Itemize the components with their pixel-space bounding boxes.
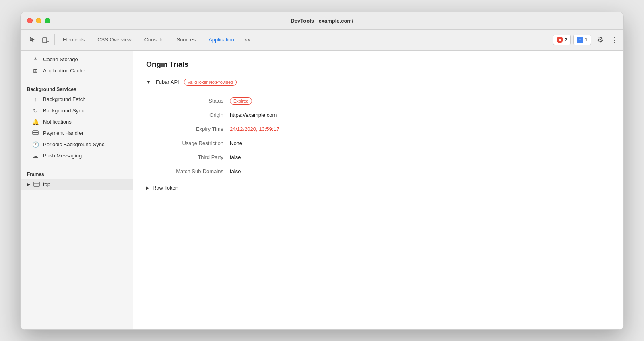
notifications-label: Notifications xyxy=(43,119,72,125)
third-party-label: Third Party xyxy=(146,150,227,164)
origin-trial-section: ▼ Fubar API ValidTokenNotProvided Status… xyxy=(146,79,611,191)
window-title: DevTools - example.com/ xyxy=(291,18,353,24)
raw-token-label: Raw Token xyxy=(153,185,178,191)
sidebar-item-payment-handler[interactable]: Payment Handler xyxy=(21,128,133,139)
sidebar-item-top-frame[interactable]: ▶ top xyxy=(21,179,133,190)
usage-value: None xyxy=(227,136,611,150)
more-options-button[interactable]: ⋮ xyxy=(609,34,620,45)
usage-row: Usage Restriction None xyxy=(146,136,611,150)
toolbar: Elements CSS Overview Console Sources Ap… xyxy=(21,30,623,51)
main-panel: Origin Trials ▼ Fubar API ValidTokenNotP… xyxy=(133,51,623,329)
application-cache-label: Application Cache xyxy=(43,68,85,74)
background-fetch-icon: ↕ xyxy=(32,96,39,103)
payment-handler-label: Payment Handler xyxy=(43,130,83,136)
fubar-api-row: ▼ Fubar API ValidTokenNotProvided xyxy=(146,79,611,86)
status-row: Status Expired xyxy=(146,94,611,108)
traffic-lights xyxy=(27,18,50,23)
payment-handler-icon xyxy=(32,130,39,136)
expiry-label: Expiry Time xyxy=(146,122,227,136)
tab-console[interactable]: Console xyxy=(138,30,170,50)
fubar-collapse-icon[interactable]: ▼ xyxy=(146,79,151,85)
notifications-icon: 🔔 xyxy=(32,119,39,125)
tab-list: Elements CSS Overview Console Sources Ap… xyxy=(56,30,550,50)
sidebar-background-services-section: Background Services ↕ Background Fetch ↻… xyxy=(21,80,133,165)
tab-application[interactable]: Application xyxy=(202,30,241,50)
minimize-button[interactable] xyxy=(36,18,41,23)
device-toggle-icon[interactable] xyxy=(40,34,51,45)
sidebar-item-periodic-background-sync[interactable]: 🕐 Periodic Background Sync xyxy=(21,139,133,150)
push-messaging-icon: ☁ xyxy=(32,153,39,159)
frames-item-triangle-icon: ▶ xyxy=(27,182,30,186)
settings-button[interactable]: ⚙ xyxy=(594,33,607,46)
frames-top-label: top xyxy=(43,181,50,187)
origin-trial-detail-table: Status Expired Origin https://example.co… xyxy=(146,94,611,178)
sidebar: 🗄 Cache Storage ⊞ Application Cache Back… xyxy=(21,51,133,329)
more-tabs-button[interactable]: >> xyxy=(241,30,253,50)
info-badge-button[interactable]: ≡ 1 xyxy=(573,35,591,45)
sidebar-item-cache-storage[interactable]: 🗄 Cache Storage xyxy=(21,54,133,65)
background-services-title: Background Services xyxy=(21,83,133,94)
error-badge-button[interactable]: ✕ 2 xyxy=(553,35,571,45)
fubar-api-status-badge: ValidTokenNotProvided xyxy=(184,79,237,86)
cache-storage-icon: 🗄 xyxy=(32,56,39,63)
panel-title: Origin Trials xyxy=(146,60,611,69)
maximize-button[interactable] xyxy=(45,18,50,23)
expiry-value: 24/12/2020, 13:59:17 xyxy=(227,122,611,136)
svg-rect-0 xyxy=(43,38,47,43)
devtools-window: DevTools - example.com/ Elements CSS Ove… xyxy=(20,12,624,330)
inspect-element-icon[interactable] xyxy=(27,34,38,45)
third-party-row: Third Party false xyxy=(146,150,611,164)
tab-elements[interactable]: Elements xyxy=(56,30,91,50)
origin-value: https://example.com xyxy=(227,108,611,122)
cache-storage-label: Cache Storage xyxy=(43,56,78,62)
tab-sources[interactable]: Sources xyxy=(170,30,202,50)
sidebar-frames-section: Frames ▶ top xyxy=(21,165,133,193)
error-icon: ✕ xyxy=(557,37,563,43)
svg-rect-1 xyxy=(47,39,49,42)
sidebar-item-background-fetch[interactable]: ↕ Background Fetch xyxy=(21,94,133,105)
toolbar-right: ✕ 2 ≡ 1 ⚙ ⋮ xyxy=(550,33,620,46)
push-messaging-label: Push Messaging xyxy=(43,153,82,159)
toolbar-tool-icons xyxy=(24,34,55,45)
expiry-row: Expiry Time 24/12/2020, 13:59:17 xyxy=(146,122,611,136)
sidebar-item-background-sync[interactable]: ↻ Background Sync xyxy=(21,105,133,116)
close-button[interactable] xyxy=(27,18,33,23)
third-party-value: false xyxy=(227,150,611,164)
svg-rect-4 xyxy=(34,182,39,186)
application-cache-icon: ⊞ xyxy=(32,68,39,74)
raw-token-expand-icon: ▶ xyxy=(146,186,149,190)
tab-css-overview[interactable]: CSS Overview xyxy=(91,30,138,50)
sidebar-storage-section: 🗄 Cache Storage ⊞ Application Cache xyxy=(21,51,133,80)
info-icon: ≡ xyxy=(577,37,583,43)
match-sub-label: Match Sub-Domains xyxy=(146,164,227,178)
background-fetch-label: Background Fetch xyxy=(43,96,86,102)
main-content: 🗄 Cache Storage ⊞ Application Cache Back… xyxy=(21,51,623,329)
origin-row: Origin https://example.com xyxy=(146,108,611,122)
match-sub-row: Match Sub-Domains false xyxy=(146,164,611,178)
svg-rect-3 xyxy=(33,132,38,133)
raw-token-row[interactable]: ▶ Raw Token xyxy=(146,185,611,191)
periodic-background-sync-icon: 🕐 xyxy=(32,141,39,148)
sidebar-item-application-cache[interactable]: ⊞ Application Cache xyxy=(21,65,133,76)
frames-title: Frames xyxy=(21,168,133,179)
fubar-api-label: Fubar API xyxy=(156,79,179,85)
usage-label: Usage Restriction xyxy=(146,136,227,150)
background-sync-label: Background Sync xyxy=(43,107,84,114)
origin-label: Origin xyxy=(146,108,227,122)
periodic-background-sync-label: Periodic Background Sync xyxy=(43,141,104,147)
info-count: 1 xyxy=(585,37,588,43)
titlebar: DevTools - example.com/ xyxy=(21,12,623,30)
frame-icon xyxy=(33,181,40,187)
sidebar-item-push-messaging[interactable]: ☁ Push Messaging xyxy=(21,150,133,161)
match-sub-value: false xyxy=(227,164,611,178)
status-expired-badge: Expired xyxy=(230,97,252,105)
status-value: Expired xyxy=(227,94,611,108)
status-label: Status xyxy=(146,94,227,108)
sidebar-item-notifications[interactable]: 🔔 Notifications xyxy=(21,116,133,128)
error-count: 2 xyxy=(565,37,568,43)
background-sync-icon: ↻ xyxy=(32,107,39,114)
